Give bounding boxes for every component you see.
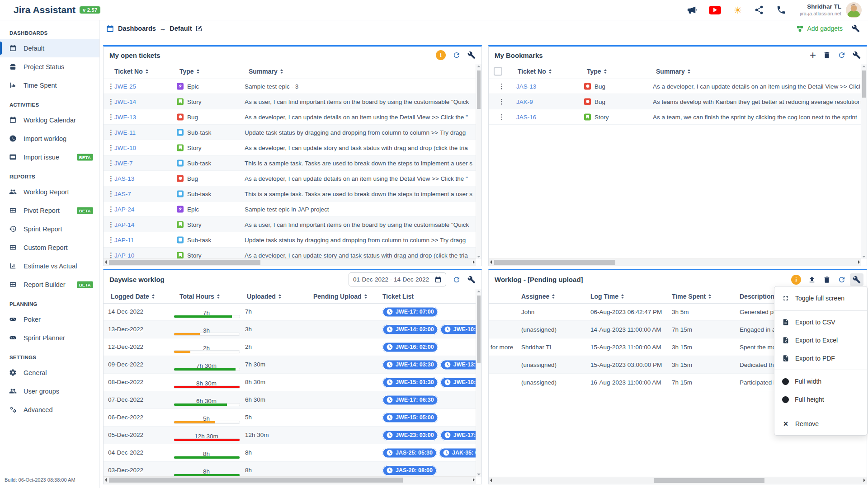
horizontal-scrollbar[interactable]: [104, 258, 476, 266]
row-menu-icon[interactable]: [108, 205, 114, 213]
sidebar-item-estimate-vs-actual[interactable]: Estimate vs Actual: [0, 257, 99, 275]
table-row[interactable]: JAP-10StoryAs a developer, I can update …: [104, 248, 476, 259]
table-row[interactable]: JAP-14StoryAs a user, I can find importa…: [104, 217, 476, 232]
sidebar-item-user-groups[interactable]: User groups: [0, 382, 99, 400]
ticket-link[interactable]: JWE-10: [114, 144, 136, 151]
worklog-pill[interactable]: JWE-16: 02:00: [382, 342, 438, 352]
gadget-menu-button[interactable]: [850, 273, 863, 286]
ticket-link[interactable]: JAK-9: [516, 98, 533, 105]
column-log-time[interactable]: Log Time: [590, 293, 624, 300]
row-menu-icon[interactable]: [108, 190, 114, 198]
sidebar-item-report-builder[interactable]: Report Builder BETA: [0, 275, 99, 294]
select-all-checkbox[interactable]: [494, 67, 502, 76]
wrench-icon[interactable]: [467, 51, 476, 59]
horizontal-scrollbar[interactable]: [104, 476, 476, 484]
horizontal-scrollbar[interactable]: [489, 477, 867, 484]
column-type[interactable]: Type: [179, 68, 199, 75]
row-menu-icon[interactable]: [108, 144, 114, 152]
ticket-link[interactable]: JAP-10: [114, 252, 134, 258]
column-description[interactable]: Description: [740, 293, 774, 300]
sidebar-item-pivot-report[interactable]: Pivot Report BETA: [0, 201, 99, 220]
worklog-pill[interactable]: JAS-20: 08:00: [382, 465, 437, 476]
table-row[interactable]: JAS-7Sub-taskThis is a sample task. Task…: [104, 186, 476, 202]
avatar[interactable]: [846, 2, 862, 18]
ticket-link[interactable]: JWE-25: [114, 83, 136, 89]
column-logged-date[interactable]: Logged Date: [111, 293, 155, 300]
wrench-icon[interactable]: [853, 51, 861, 59]
table-row[interactable]: 09-Dec-20227h 30m7h 30mJWE-14: 03:30JWE-…: [104, 356, 476, 374]
row-menu-icon[interactable]: [108, 236, 114, 244]
worklog-pill[interactable]: JAK-35: 02:3: [439, 448, 476, 458]
vertical-scrollbar[interactable]: [861, 64, 867, 259]
worklog-pill[interactable]: JWE-10: 07: [440, 377, 476, 388]
add-gadgets-button[interactable]: Add gadgets: [796, 25, 843, 33]
table-row[interactable]: JWE-11Sub-taskUpdate task status by drag…: [104, 125, 476, 140]
vertical-scrollbar[interactable]: [476, 289, 481, 477]
worklog-pill[interactable]: JWE-15: 01:30: [382, 377, 438, 388]
row-menu-icon[interactable]: [108, 159, 114, 167]
menu-item-toggle-full-screen[interactable]: Toggle full screen: [774, 288, 867, 308]
worklog-pill[interactable]: JWE-17: 01: [440, 430, 476, 441]
table-row[interactable]: 12-Dec-20222h2hJWE-16: 02:00: [104, 338, 476, 356]
ticket-link[interactable]: JAP-11: [114, 236, 134, 243]
wrench-icon[interactable]: [852, 24, 860, 33]
table-row[interactable]: JAK-9BugAs teams develop with Kanban the…: [489, 94, 861, 109]
table-row[interactable]: JAS-16StoryAs a team, we can finish the …: [489, 109, 861, 125]
table-row[interactable]: 06-Dec-20225h5hJWE-15: 05:00: [104, 409, 476, 427]
date-range-input[interactable]: 01-Dec-2022 - 14-Dec-2022: [349, 272, 446, 286]
column-time-spent[interactable]: Time Spent: [672, 293, 711, 300]
table-row[interactable]: JWE-13BugAs a developer, I can update de…: [104, 109, 476, 125]
row-menu-icon[interactable]: [498, 98, 505, 106]
worklog-pill[interactable]: JWE-17: 07:00: [382, 307, 438, 317]
refresh-icon[interactable]: [838, 51, 846, 59]
sidebar-item-import-worklog[interactable]: Import worklog: [0, 129, 99, 148]
vertical-scrollbar[interactable]: [476, 64, 481, 259]
sidebar-item-default[interactable]: Default: [0, 39, 99, 57]
youtube-icon[interactable]: [709, 6, 721, 14]
edit-icon[interactable]: [195, 25, 203, 32]
table-row[interactable]: JWE-25EpicSample test epic - 3: [104, 79, 476, 94]
sidebar-item-worklog-calendar[interactable]: Worklog Calendar: [0, 111, 99, 129]
table-row[interactable]: 08-Dec-20228h 30m8h 30mJWE-15: 01:30JWE-…: [104, 374, 476, 391]
menu-item-export-pdf[interactable]: Export to PDF: [774, 349, 867, 367]
column-assignee[interactable]: Assignee: [521, 293, 555, 300]
contact-phone-icon[interactable]: [776, 5, 786, 15]
row-menu-icon[interactable]: [108, 128, 114, 136]
table-row[interactable]: 04-Dec-20228h8hJAS-25: 05:30JAK-35: 02:3: [104, 444, 476, 462]
trash-icon[interactable]: [823, 51, 831, 59]
worklog-pill[interactable]: JWE-14: 03:30: [382, 360, 438, 370]
user-info[interactable]: Shridhar TL jira-ja.atlassian.net: [800, 3, 841, 17]
row-menu-icon[interactable]: [108, 98, 114, 106]
sidebar-item-sprint-report[interactable]: Sprint Report: [0, 220, 99, 238]
table-row[interactable]: JAS-13BugAs a developer, I can update de…: [489, 79, 861, 94]
table-row[interactable]: JAP-24EpicSample test epic in JAP projec…: [104, 202, 476, 217]
worklog-pill[interactable]: JAS-25: 05:30: [382, 448, 437, 458]
menu-item-export-excel[interactable]: Export to Excel: [774, 331, 867, 349]
column-pending-upload[interactable]: Pending Upload: [313, 293, 367, 300]
breadcrumb-root[interactable]: Dashboards: [118, 25, 156, 32]
worklog-pill[interactable]: JWE-15: 05:00: [382, 413, 438, 423]
ticket-link[interactable]: JWE-13: [114, 113, 136, 120]
upload-icon[interactable]: [808, 276, 816, 284]
sidebar-item-time-spent[interactable]: Time Spent: [0, 76, 99, 94]
column-summary[interactable]: Summary: [656, 68, 690, 75]
sidebar-item-project-status[interactable]: Project Status: [0, 57, 99, 76]
worklog-pill[interactable]: JWE-23: 03:00: [382, 430, 438, 441]
ticket-link[interactable]: JWE-7: [114, 160, 133, 166]
table-row[interactable]: JAP-11Sub-taskUpdate task status by drag…: [104, 232, 476, 248]
ticket-link[interactable]: JAS-13: [114, 175, 134, 182]
row-menu-icon[interactable]: [108, 113, 114, 121]
table-row[interactable]: 03-Dec-20228h8hJAS-20: 08:00: [104, 462, 476, 477]
ticket-link[interactable]: JWE-11: [114, 129, 136, 136]
ticket-link[interactable]: JAS-13: [516, 83, 536, 89]
share-icon[interactable]: [754, 5, 764, 15]
sidebar-item-sprint-planner[interactable]: Sprint Planner: [0, 328, 99, 347]
menu-item-full-width[interactable]: Full width: [774, 372, 867, 390]
table-row[interactable]: 14-Dec-20227h7hJWE-17: 07:00: [104, 303, 476, 321]
theme-sun-icon[interactable]: ☀: [733, 5, 742, 15]
table-row[interactable]: JWE-7Sub-taskThis is a sample task. Task…: [104, 155, 476, 171]
column-total-hours[interactable]: Total Hours: [179, 293, 220, 300]
menu-item-export-csv[interactable]: Export to CSV: [774, 313, 867, 331]
worklog-pill[interactable]: JWE-14: 02:00: [382, 324, 438, 335]
announcements-icon[interactable]: [687, 5, 697, 15]
